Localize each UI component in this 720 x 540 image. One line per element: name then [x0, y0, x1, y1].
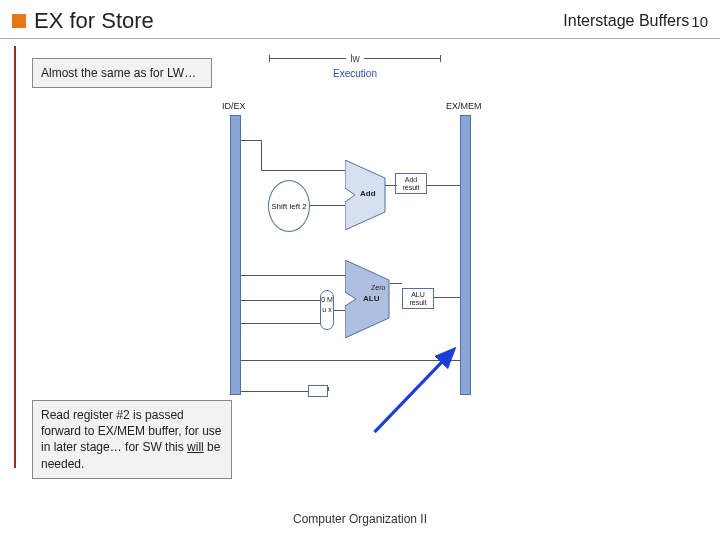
pipeline-diagram: lw Execution ID/EX EX/MEM Shift left 2 A…: [230, 45, 490, 415]
wire: [385, 185, 397, 186]
wire: [241, 300, 320, 301]
alu-zero-label: Zero: [371, 284, 385, 292]
stage-name: Execution: [270, 68, 440, 79]
buffer-id-ex: [230, 115, 241, 395]
slide-header: EX for Store Interstage Buffers 10: [0, 0, 720, 39]
slide-number: 10: [691, 13, 708, 30]
buffer-ex-mem: [460, 115, 471, 395]
small-connector: [308, 385, 328, 397]
alu: ALU Zero: [345, 260, 400, 338]
alu-label: ALU: [363, 295, 379, 304]
adder-result-box: Add result: [395, 173, 427, 194]
note-bottom-will: will: [187, 440, 204, 454]
wire: [241, 391, 308, 392]
wire: [328, 387, 329, 391]
svg-line-3: [375, 351, 453, 432]
buffer-id-ex-label: ID/EX: [222, 101, 246, 111]
alu-result-box: ALU result: [402, 288, 434, 309]
slide-subtitle: Interstage Buffers: [563, 12, 689, 30]
mux: 0 M u x: [320, 290, 334, 330]
wire: [261, 170, 345, 171]
header-bullet: [12, 14, 26, 28]
wire: [310, 205, 345, 206]
shift-left-2: Shift left 2: [268, 180, 310, 232]
adder: Add: [345, 160, 395, 230]
wire: [427, 185, 460, 186]
left-vertical-rule: [14, 46, 16, 468]
stage-top-small: lw: [350, 53, 359, 64]
wire: [390, 283, 402, 284]
buffer-ex-mem-label: EX/MEM: [446, 101, 482, 111]
wire: [241, 275, 345, 276]
wire: [334, 310, 345, 311]
note-bottom: Read register #2 is passed forward to EX…: [32, 400, 232, 479]
note-top: Almost the same as for LW…: [32, 58, 212, 88]
wire: [241, 360, 460, 361]
wire: [241, 323, 320, 324]
adder-label: Add: [360, 190, 376, 199]
wire: [261, 140, 262, 170]
wire: [241, 140, 261, 141]
footer-text: Computer Organization II: [0, 512, 720, 526]
slide-title: EX for Store: [34, 8, 563, 34]
stage-label-block: lw Execution: [270, 53, 440, 79]
wire: [434, 297, 460, 298]
